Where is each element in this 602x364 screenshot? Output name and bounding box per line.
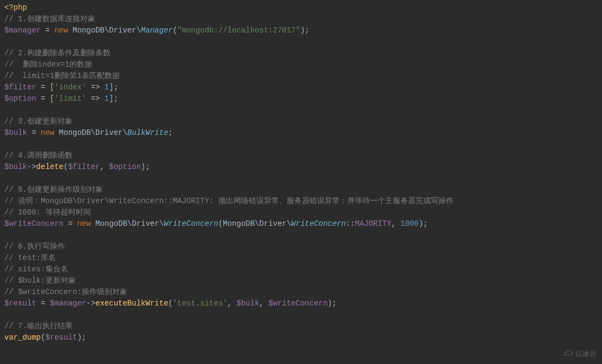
code-line: // 1000: 等待超时时间: [4, 207, 598, 218]
code-line: // 5.创建更新操作级别对象: [4, 184, 598, 196]
method-delete: delete: [36, 162, 63, 171]
keyword-new: new: [77, 219, 90, 228]
comment: // 1.创建数据库连接对象: [4, 15, 95, 23]
func-vardump: var_dump: [4, 333, 41, 342]
class-writeconcern: WriteConcern: [291, 219, 346, 228]
code-line: // 1.创建数据库连接对象: [4, 14, 598, 25]
keyword-new: new: [54, 26, 68, 35]
class-writeconcern: WriteConcern: [164, 219, 218, 228]
variable: $result: [4, 299, 36, 308]
keyword-new: new: [41, 128, 54, 137]
variable: $writeConcern: [4, 219, 63, 228]
code-editor: <?php // 1.创建数据库连接对象 $manager = new Mong…: [4, 2, 598, 343]
code-line: [4, 36, 598, 48]
comment: // $writeConcern:操作级别对象: [4, 288, 127, 296]
comment: // 5.创建更新操作级别对象: [4, 185, 103, 194]
php-open-tag: <?php: [4, 3, 27, 12]
code-line: $bulk = new MongoDB\Driver\BulkWrite;: [4, 127, 598, 139]
comment: // 2.构建删除条件及删除条数: [4, 49, 111, 57]
comment: // 3.创建更新对象: [4, 117, 73, 126]
variable: $filter: [4, 83, 36, 92]
variable: $manager: [4, 26, 41, 35]
variable: $bulk: [4, 162, 27, 171]
class-manager: Manager: [141, 26, 173, 35]
cloud-icon: [564, 349, 573, 357]
code-line: $manager = new MongoDB\Driver\Manager("m…: [4, 25, 598, 36]
comment: // sites:集合名: [4, 265, 68, 274]
method-executebulkwrite: executeBulkWrite: [95, 299, 168, 308]
code-line: // 3.创建更新对象: [4, 116, 598, 127]
code-line: [4, 105, 598, 116]
comment: // $bulk:更新对象: [4, 276, 76, 285]
comment: // 1000: 等待超时时间: [4, 208, 91, 217]
class-bulkwrite: BulkWrite: [127, 128, 169, 137]
code-line: [4, 173, 598, 184]
code-line: $bulk->delete($filter, $option);: [4, 161, 598, 173]
code-line: // 7.输出执行结果: [4, 321, 598, 332]
code-line: $filter = ['index' => 1];: [4, 82, 598, 93]
code-line: // 6.执行写操作: [4, 241, 598, 252]
code-line: // limit=1删除第1条匹配数据: [4, 70, 598, 82]
code-line: // 说明：MongoDB\Driver\WriteConcern::MAJOR…: [4, 196, 598, 207]
code-line: // 删除index=1的数据: [4, 59, 598, 70]
watermark-text: 亿速云: [575, 348, 597, 359]
code-line: $writeConcern = new MongoDB\Driver\Write…: [4, 218, 598, 230]
code-line: // sites:集合名: [4, 264, 598, 275]
code-line: $option = ['limit' => 1];: [4, 93, 598, 105]
code-line: // 2.构建删除条件及删除条数: [4, 48, 598, 59]
code-line: // 4.调用删除函数: [4, 150, 598, 161]
code-line: // $writeConcern:操作级别对象: [4, 287, 598, 298]
comment: // 删除index=1的数据: [4, 60, 92, 69]
code-line: // $bulk:更新对象: [4, 275, 598, 287]
variable: $bulk: [4, 128, 27, 137]
comment: // 7.输出执行结果: [4, 322, 73, 330]
code-line: [4, 230, 598, 241]
code-line: [4, 139, 598, 150]
watermark: 亿速云: [564, 348, 597, 359]
comment: // 6.执行写操作: [4, 242, 65, 251]
variable: $option: [4, 94, 36, 103]
code-line: $result = $manager->executeBulkWrite('te…: [4, 298, 598, 309]
comment: // 说明：MongoDB\Driver\WriteConcern::MAJOR…: [4, 197, 454, 205]
comment: // 4.调用删除函数: [4, 151, 73, 160]
string-literal: "mongodb://localhost:27017": [177, 26, 300, 35]
comment: // limit=1删除第1条匹配数据: [4, 72, 120, 80]
constant-majority: MAJORITY: [355, 219, 391, 228]
code-line: // test:库名: [4, 252, 598, 264]
comment: // test:库名: [4, 253, 56, 262]
code-line: var_dump($result);: [4, 332, 598, 343]
code-line: <?php: [4, 2, 598, 14]
code-line: [4, 309, 598, 321]
